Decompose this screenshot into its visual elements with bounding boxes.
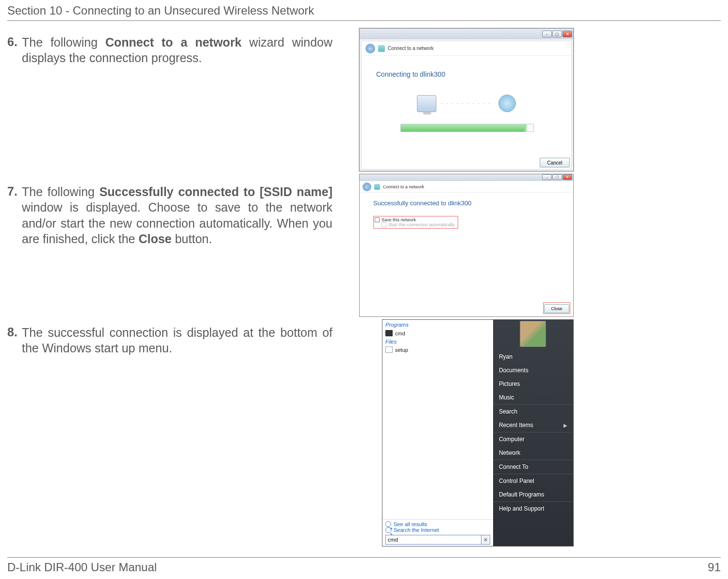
file-label: setup (395, 347, 408, 353)
connect-success-window: – ▢ ✕ ← Connect to a network Successfull… (359, 174, 574, 317)
menu-item-documents[interactable]: Documents (493, 364, 573, 377)
window-close-button[interactable]: ✕ (563, 31, 572, 37)
menu-item-search[interactable]: Search (493, 405, 573, 418)
search-icon (385, 521, 391, 527)
start-menu-right-pane: Ryan Documents Pictures Music Search Rec… (493, 320, 573, 546)
minimize-button[interactable]: – (542, 174, 552, 180)
start-menu: Programs cmd Files setup See all results… (382, 319, 574, 546)
step-number-6: 6. (7, 35, 17, 49)
file-item-setup[interactable]: setup (385, 346, 490, 354)
connect-progress-window: – ▢ ✕ ← Connect to a network Connecting … (359, 28, 574, 171)
back-icon[interactable]: ← (363, 182, 371, 191)
search-icon (385, 527, 391, 533)
section-title: Section 10 - Connecting to an Unsecured … (7, 4, 314, 17)
close-button[interactable]: Close (544, 304, 569, 313)
menu-item-help[interactable]: Help and Support (493, 502, 573, 515)
menu-label: Music (499, 394, 514, 401)
menu-item-default-programs[interactable]: Default Programs (493, 488, 573, 502)
menu-item-pictures[interactable]: Pictures (493, 377, 573, 391)
manual-name: D-Link DIR-400 User Manual (7, 561, 157, 574)
network-icon (378, 45, 385, 52)
back-icon[interactable]: ← (365, 44, 375, 53)
menu-item-user[interactable]: Ryan (493, 350, 573, 364)
options-highlight: Save this network Start this connection … (373, 216, 458, 229)
instruction-8: 8. The successful connection is displaye… (7, 324, 332, 356)
step8-text: The successful connection is displayed a… (7, 325, 332, 356)
progress-bar (400, 124, 534, 132)
submenu-arrow-icon: ▶ (563, 423, 567, 428)
auto-start-option: Start this connection automatically (381, 222, 455, 227)
window-close-button[interactable]: ✕ (563, 174, 572, 180)
files-header: Files (385, 339, 490, 345)
network-icon (374, 184, 380, 190)
see-all-results[interactable]: See all results (385, 521, 490, 527)
breadcrumb-text: Connect to a network (388, 46, 434, 51)
instruction-6: 6. The following Connect to a network wi… (7, 34, 332, 66)
save-network-option[interactable]: Save this network (375, 217, 455, 222)
cmd-icon (385, 330, 393, 336)
checkbox-icon[interactable] (375, 217, 380, 222)
start-search-row: ✕ (385, 535, 490, 545)
menu-item-music[interactable]: Music (493, 391, 573, 405)
maximize-button[interactable]: ▢ (552, 174, 562, 180)
dots-icon: ·········· (441, 101, 494, 106)
programs-header: Programs (385, 322, 490, 328)
menu-label: Pictures (499, 380, 520, 387)
menu-label: Recent Items (499, 422, 533, 429)
minimize-button[interactable]: – (542, 31, 552, 37)
menu-item-network[interactable]: Network (493, 446, 573, 460)
menu-item-computer[interactable]: Computer (493, 432, 573, 446)
menu-label: Help and Support (499, 505, 544, 512)
checkbox-icon (381, 222, 386, 227)
cancel-button[interactable]: Cancel (540, 158, 570, 167)
program-item-cmd[interactable]: cmd (385, 329, 490, 337)
step-number-8: 8. (7, 325, 17, 339)
titlebar: – ▢ ✕ (360, 174, 573, 181)
avatar-wrapper (493, 319, 573, 350)
menu-item-connect-to[interactable]: Connect To (493, 460, 573, 474)
save-network-label: Save this network (381, 217, 416, 222)
step6-bold: Connect to a network (105, 35, 242, 49)
globe-icon (498, 95, 516, 112)
step7-pre: The following (22, 185, 99, 199)
menu-item-recent[interactable]: Recent Items▶ (493, 418, 573, 432)
search-internet-label: Search the Internet (394, 527, 439, 533)
menu-label: Search (499, 408, 517, 415)
document-icon (385, 347, 393, 353)
user-avatar (520, 321, 546, 347)
step-number-7: 7. (7, 184, 17, 198)
auto-start-label: Start this connection automatically (388, 222, 455, 227)
menu-label: Documents (499, 367, 529, 374)
connecting-status: Connecting to dlink300 (376, 70, 445, 78)
menu-label: Connect To (499, 463, 529, 470)
menu-label: Computer (499, 436, 525, 443)
program-label: cmd (395, 331, 405, 336)
breadcrumb-text: Connect to a network (383, 184, 424, 189)
see-all-label: See all results (394, 521, 427, 527)
step7-bold2: Close (138, 232, 171, 246)
breadcrumb: ← Connect to a network (362, 41, 571, 56)
footer-rule (7, 557, 721, 558)
start-search-input[interactable] (385, 535, 481, 545)
menu-label: Ryan (499, 353, 513, 360)
step7-post: button. (172, 232, 212, 246)
progress-fill (401, 124, 527, 132)
menu-label: Control Panel (499, 478, 534, 484)
close-highlight: Close (543, 302, 570, 314)
menu-item-control-panel[interactable]: Control Panel (493, 474, 573, 488)
titlebar: – ▢ ✕ (360, 29, 573, 39)
menu-label: Default Programs (499, 491, 544, 498)
success-status: Successfully connected to dlink300 (373, 199, 471, 207)
page-number: 91 (708, 561, 721, 574)
computer-icon (417, 95, 436, 112)
clear-search-button[interactable]: ✕ (481, 535, 490, 545)
step7-bold1: Successfully connected to [SSID name] (99, 185, 332, 199)
instruction-7: 7. The following Successfully connected … (7, 183, 332, 247)
step6-pre: The following (22, 35, 105, 49)
breadcrumb: ← Connect to a network (360, 181, 573, 193)
start-menu-left-pane: Programs cmd Files setup See all results… (382, 320, 493, 546)
search-internet[interactable]: Search the Internet (385, 527, 490, 533)
maximize-button[interactable]: ▢ (552, 31, 562, 37)
header-rule (7, 20, 721, 21)
connection-graphic: ·········· (362, 95, 571, 112)
